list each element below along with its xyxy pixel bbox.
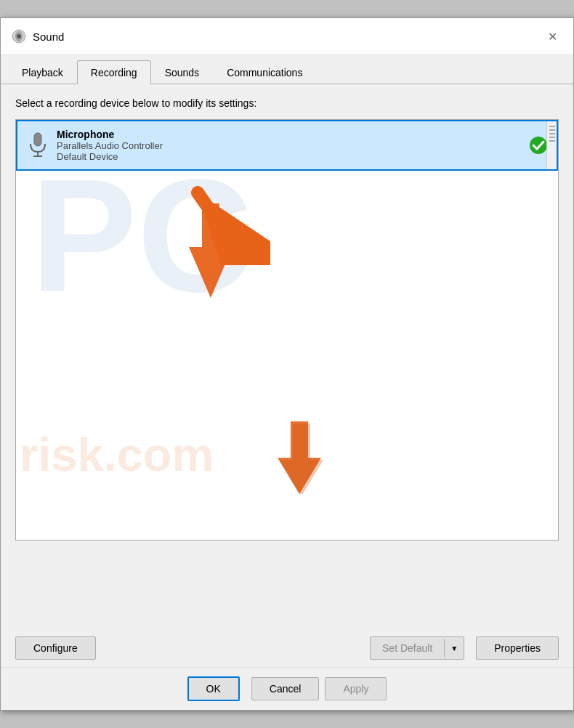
window-title: Sound bbox=[33, 31, 64, 43]
action-buttons: Configure Set Default ▼ Properties bbox=[1, 629, 573, 667]
cancel-button[interactable]: Cancel bbox=[251, 677, 320, 700]
device-item-microphone[interactable]: Microphone Parallels Audio Controller De… bbox=[16, 120, 558, 171]
watermark: PC risk.com bbox=[16, 120, 558, 540]
scrollbar-line bbox=[549, 133, 555, 134]
svg-point-2 bbox=[17, 34, 21, 39]
device-info: Microphone Parallels Audio Controller De… bbox=[57, 129, 522, 162]
svg-rect-3 bbox=[34, 133, 41, 146]
dialog-footer: OK Cancel Apply bbox=[1, 667, 573, 710]
sound-dialog: Sound ✕ Playback Recording Sounds Commun… bbox=[0, 17, 574, 711]
watermark-risk: risk.com bbox=[20, 427, 214, 482]
arrow-down-indicator bbox=[270, 421, 328, 496]
svg-marker-8 bbox=[278, 421, 321, 494]
device-status: Default Device bbox=[57, 151, 522, 162]
tab-sounds[interactable]: Sounds bbox=[151, 60, 213, 84]
scrollbar-line bbox=[549, 137, 555, 138]
svg-marker-9 bbox=[280, 424, 323, 494]
instruction-text: Select a recording device below to modif… bbox=[15, 97, 559, 109]
default-check-icon bbox=[529, 136, 548, 155]
device-sub: Parallels Audio Controller bbox=[57, 140, 522, 151]
properties-button[interactable]: Properties bbox=[476, 636, 559, 660]
tab-bar: Playback Recording Sounds Communications bbox=[1, 55, 573, 84]
scrollbar[interactable] bbox=[546, 121, 557, 169]
scrollbar-lines bbox=[549, 126, 555, 142]
sound-icon bbox=[11, 28, 27, 44]
set-default-dropdown[interactable]: ▼ bbox=[444, 639, 464, 658]
scrollbar-line bbox=[549, 126, 555, 127]
configure-button[interactable]: Configure bbox=[15, 636, 96, 660]
tab-recording[interactable]: Recording bbox=[77, 60, 151, 84]
title-bar: Sound ✕ bbox=[1, 18, 573, 55]
scrollbar-line bbox=[549, 129, 555, 131]
set-default-button[interactable]: Set Default bbox=[371, 637, 444, 659]
set-default-group[interactable]: Set Default ▼ bbox=[370, 636, 464, 660]
watermark-pc: PC bbox=[31, 156, 253, 316]
apply-button[interactable]: Apply bbox=[325, 677, 387, 700]
scrollbar-line bbox=[549, 140, 555, 142]
tab-communications[interactable]: Communications bbox=[213, 60, 316, 84]
device-name: Microphone bbox=[57, 129, 522, 140]
tab-playback[interactable]: Playback bbox=[8, 60, 77, 84]
ok-button[interactable]: OK bbox=[187, 676, 240, 701]
title-bar-left: Sound bbox=[11, 28, 64, 44]
device-list[interactable]: PC risk.com Microphone Parallels Audio bbox=[15, 119, 559, 541]
scrollbar-track bbox=[547, 121, 557, 169]
close-button[interactable]: ✕ bbox=[541, 25, 563, 47]
microphone-icon bbox=[26, 131, 49, 160]
arrow-up-indicator bbox=[176, 178, 270, 267]
main-content: Select a recording device below to modif… bbox=[1, 84, 573, 629]
